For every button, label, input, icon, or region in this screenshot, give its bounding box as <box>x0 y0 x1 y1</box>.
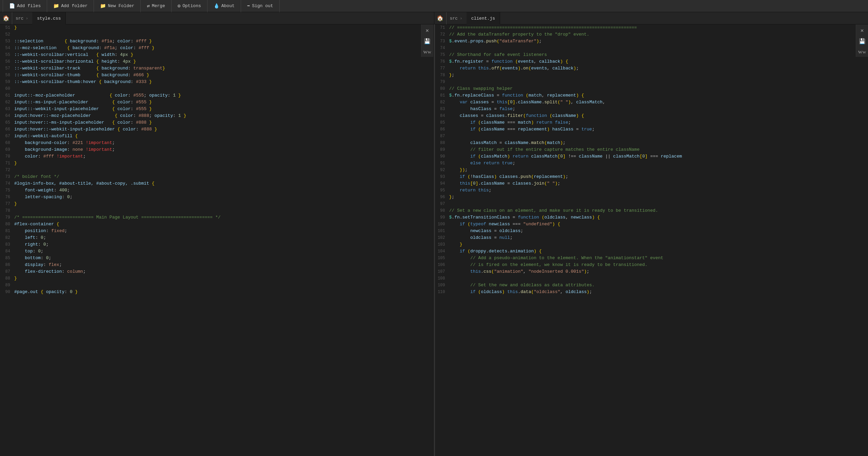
new-folder-label: New Folder <box>108 3 134 8</box>
table-row: 80 #flex-container { <box>0 221 421 228</box>
left-wrap-button[interactable]: WW <box>422 47 432 57</box>
left-code-scroll[interactable]: 51 } 52 53 ::selection { background: #f1… <box>0 24 433 456</box>
right-breadcrumb-src: src <box>450 16 458 21</box>
table-row: 66 input:hover::-webkit-input-placeholde… <box>0 126 421 133</box>
table-row: 89 // filter out if the entire capture m… <box>435 146 856 153</box>
table-row: 77 return this.off(events).on(events, ca… <box>435 65 856 72</box>
table-row: 91 else return true; <box>435 160 856 167</box>
right-save-button[interactable]: 💾 <box>857 37 867 46</box>
left-close-button[interactable]: ✕ <box>422 26 432 35</box>
table-row: 65 input:hover::-ms-input-placeholder { … <box>0 119 421 126</box>
table-row: 86 display: flex; <box>0 262 421 268</box>
table-row: 110 if (oldclass) this.data("oldclass", … <box>435 289 856 295</box>
table-row: 89 <box>0 282 421 289</box>
options-label: Options <box>182 3 201 8</box>
table-row: 78 }; <box>435 72 856 79</box>
table-row: 76 letter-spacing: 0; <box>0 194 421 201</box>
add-folder-button[interactable]: 📁 Add folder <box>47 0 94 12</box>
table-row: 76 $.fn.register = function (events, cal… <box>435 58 856 65</box>
table-row: 92 }); <box>435 167 856 173</box>
table-row: 63 input::-webkit-input-placeholder { co… <box>0 106 421 112</box>
new-folder-button[interactable]: 📁 New Folder <box>94 0 141 12</box>
add-folder-label: Add folder <box>61 3 87 8</box>
table-row: 87 flex-direction: column; <box>0 268 421 275</box>
sign-out-button[interactable]: ➡ Sign out <box>241 0 280 12</box>
table-row: 57 ::-webkit-scrollbar-track { backgroun… <box>0 65 421 72</box>
merge-icon: ⇄ <box>147 3 150 9</box>
add-folder-icon: 📁 <box>53 3 59 9</box>
about-label: About <box>221 3 235 8</box>
table-row: 74 #login-info-box, #about-title, #about… <box>0 180 421 187</box>
table-row: 62 input::-ms-input-placeholder { color:… <box>0 99 421 106</box>
toolbar: 📄 Add files 📁 Add folder 📁 New Folder ⇄ … <box>0 0 868 12</box>
table-row: 71 } <box>0 160 421 167</box>
table-row: 75 // Shorthand for safe event listeners <box>435 51 856 58</box>
merge-label: Merge <box>152 3 165 8</box>
add-files-icon: 📄 <box>9 3 15 9</box>
table-row: 73 $.event.props.push("dataTransfer"); <box>435 38 856 45</box>
add-files-button[interactable]: 📄 Add files <box>3 0 47 12</box>
table-row: 72 <box>0 167 421 173</box>
right-wrap-button[interactable]: WW <box>857 47 867 57</box>
editors: ✕ 💾 WW 51 } 52 53 ::selection { backgrou… <box>0 24 868 456</box>
right-breadcrumb: src › <box>447 16 467 21</box>
right-close-button[interactable]: ✕ <box>857 26 867 35</box>
left-tab-style-css[interactable]: style.css <box>32 12 66 24</box>
left-breadcrumb-src: src <box>16 16 23 21</box>
table-row: 74 <box>435 45 856 51</box>
about-button[interactable]: 💧 About <box>208 0 241 12</box>
table-row: 96 }; <box>435 194 856 201</box>
right-code-scroll[interactable]: 71 // ==================================… <box>435 24 868 456</box>
left-home-icon[interactable]: 🏠 <box>0 12 12 24</box>
table-row: 73 /* bolder font */ <box>0 173 421 180</box>
table-row: 70 color: #fff !important; <box>0 153 421 160</box>
table-row: 87 <box>435 133 856 140</box>
table-row: 82 left: 0; <box>0 234 421 241</box>
table-row: 94 this[0].className = classes.join(" ")… <box>435 180 856 187</box>
table-row: 102 oldclass = null; <box>435 234 856 241</box>
table-row: 93 if (!hasClass) classes.push(replaceme… <box>435 173 856 180</box>
table-row: 88 classMatch = className.match(match); <box>435 140 856 146</box>
table-row: 83 right: 0; <box>0 241 421 248</box>
left-side-buttons: ✕ 💾 WW <box>421 24 433 57</box>
table-row: 100 if (typeof newclass === "undefined")… <box>435 221 856 228</box>
table-row: 101 newclass = oldclass; <box>435 228 856 234</box>
table-row: 105 // Add a pseudo-animation to the ele… <box>435 255 856 262</box>
table-row: 90 #page.out { opacity: 0 } <box>0 289 421 295</box>
about-icon: 💧 <box>214 3 219 9</box>
sign-out-icon: ➡ <box>247 3 250 9</box>
left-save-button[interactable]: 💾 <box>422 37 432 46</box>
table-row: 71 // ==================================… <box>435 24 856 31</box>
table-row: 84 classes = classes.filter(function (cl… <box>435 112 856 119</box>
sign-out-label: Sign out <box>252 3 273 8</box>
options-button[interactable]: ⚙ Options <box>172 0 208 12</box>
right-side-buttons: ✕ 💾 WW <box>856 24 868 57</box>
table-row: 97 <box>435 201 856 207</box>
table-row: 95 return this; <box>435 187 856 194</box>
right-pane-tabs: 🏠 src › client.js <box>434 12 868 24</box>
table-row: 84 top: 0; <box>0 248 421 255</box>
table-row: 59 ::-webkit-scrollbar-thumb:hover { bac… <box>0 79 421 85</box>
table-row: 55 ::-webkit-scrollbar:vertical { width:… <box>0 51 421 58</box>
table-row: 78 <box>0 207 421 214</box>
table-row: 106 // is fired on the element, we know … <box>435 262 856 268</box>
table-row: 69 background-image: none !important; <box>0 146 421 153</box>
table-row: 85 bottom: 0; <box>0 255 421 262</box>
table-row: 53 ::selection { background: #f1a; color… <box>0 38 421 45</box>
table-row: 99 $.fn.setTransitionClass = function (o… <box>435 214 856 221</box>
table-row: 79 /* =========================== Main P… <box>0 214 421 221</box>
tab-bars: 🏠 src › style.css 🏠 src › client.js <box>0 12 868 24</box>
table-row: 68 background-color: #221 !important; <box>0 140 421 146</box>
table-row: 61 input::-moz-placeholder { color: #555… <box>0 92 421 99</box>
table-row: 98 // Set a new class on an element, and… <box>435 207 856 214</box>
table-row: 90 if (classMatch) return classMatch[0] … <box>435 153 856 160</box>
table-row: 81 position: fixed; <box>0 228 421 234</box>
table-row: 58 ::-webkit-scrollbar-thumb { backgroun… <box>0 72 421 79</box>
table-row: 67 input:-webkit-autofill { <box>0 133 421 140</box>
merge-button[interactable]: ⇄ Merge <box>141 0 171 12</box>
table-row: 83 hasClass = false; <box>435 106 856 112</box>
table-row: 86 if (className === replacement) hasCla… <box>435 126 856 133</box>
new-folder-icon: 📁 <box>100 3 106 9</box>
right-tab-client-js[interactable]: client.js <box>467 12 500 24</box>
right-home-icon[interactable]: 🏠 <box>434 12 447 24</box>
